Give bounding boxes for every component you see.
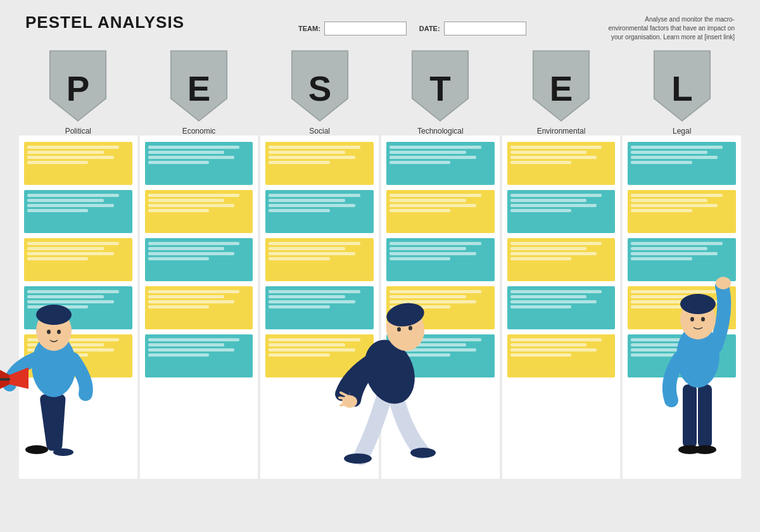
person-right-figure xyxy=(652,248,754,479)
svg-point-25 xyxy=(410,448,436,458)
badge-label-4: Environmental xyxy=(537,127,586,136)
svg-point-31 xyxy=(408,326,412,331)
badge-S-2: SSocial xyxy=(285,48,355,136)
column-e-4: EEnvironmental xyxy=(502,48,621,479)
svg-point-22 xyxy=(47,330,51,334)
badge-label-2: Social xyxy=(309,127,330,136)
header: PESTEL ANALYSIS TEAM: DATE: Analyse and … xyxy=(13,13,747,42)
note-yellow-3-1 xyxy=(386,190,495,233)
badge-label-3: Technological xyxy=(417,127,464,136)
note-yellow-2-0 xyxy=(265,142,374,185)
note-yellow-4-4 xyxy=(507,334,616,377)
team-input[interactable] xyxy=(324,22,407,35)
header-description: Analyse and monitor the macro-environmen… xyxy=(608,15,735,42)
svg-text:L: L xyxy=(671,69,692,108)
note-teal-2-1 xyxy=(265,190,374,233)
badge-L-5: LLegal xyxy=(647,48,717,136)
note-yellow-1-3 xyxy=(145,286,253,329)
svg-rect-35 xyxy=(683,384,697,448)
note-teal-4-3 xyxy=(507,286,616,329)
date-input[interactable] xyxy=(444,22,526,35)
main-content: PPoliticalEEconomicSSocialTTechnological… xyxy=(13,48,747,479)
svg-point-24 xyxy=(344,453,372,464)
note-teal-5-0 xyxy=(628,142,736,185)
svg-rect-19 xyxy=(0,378,10,381)
svg-point-40 xyxy=(716,277,731,289)
column-body-1 xyxy=(140,136,258,479)
note-teal-4-1 xyxy=(507,190,616,233)
person-left-figure xyxy=(0,261,108,479)
note-teal-0-1 xyxy=(24,190,132,233)
badge-E-1: EEconomic xyxy=(164,48,234,136)
svg-point-30 xyxy=(397,327,401,332)
note-yellow-0-0 xyxy=(24,142,132,185)
page: PESTEL ANALYSIS TEAM: DATE: Analyse and … xyxy=(0,0,760,532)
svg-rect-36 xyxy=(698,384,712,448)
svg-point-42 xyxy=(680,294,716,314)
date-label: DATE: xyxy=(419,25,440,32)
svg-text:P: P xyxy=(66,69,90,108)
note-yellow-4-0 xyxy=(507,142,616,185)
svg-text:E: E xyxy=(550,69,573,108)
badge-label-5: Legal xyxy=(673,127,691,136)
date-field-group: DATE: xyxy=(419,22,526,35)
svg-point-21 xyxy=(36,305,72,325)
svg-point-23 xyxy=(57,330,61,334)
svg-line-33 xyxy=(339,398,350,399)
svg-point-15 xyxy=(53,448,73,456)
svg-text:S: S xyxy=(308,69,331,108)
note-teal-1-0 xyxy=(145,142,253,185)
badge-P-0: PPolitical xyxy=(43,48,113,136)
svg-point-44 xyxy=(701,317,705,322)
note-yellow-5-1 xyxy=(628,190,736,233)
badge-E-4: EEnvironmental xyxy=(526,48,596,136)
note-yellow-1-1 xyxy=(145,190,253,233)
svg-point-14 xyxy=(25,445,48,454)
note-teal-1-2 xyxy=(145,238,253,281)
team-label: TEAM: xyxy=(298,25,320,32)
svg-point-38 xyxy=(694,445,716,454)
svg-text:E: E xyxy=(187,69,211,108)
column-e-1: EEconomic xyxy=(140,48,258,479)
svg-point-43 xyxy=(690,317,694,322)
person-mid-figure xyxy=(323,255,469,479)
svg-text:T: T xyxy=(430,69,451,108)
header-fields: TEAM: DATE: Analyse and monitor the macr… xyxy=(298,15,735,42)
note-teal-3-0 xyxy=(386,142,495,185)
team-field-group: TEAM: xyxy=(298,22,407,35)
badge-T-3: TTechnological xyxy=(405,48,475,136)
badge-label-1: Economic xyxy=(182,127,216,136)
note-yellow-4-2 xyxy=(507,238,616,281)
note-teal-1-4 xyxy=(145,334,253,377)
column-body-4 xyxy=(502,136,621,479)
page-title: PESTEL ANALYSIS xyxy=(25,13,184,32)
badge-label-0: Political xyxy=(65,127,91,136)
